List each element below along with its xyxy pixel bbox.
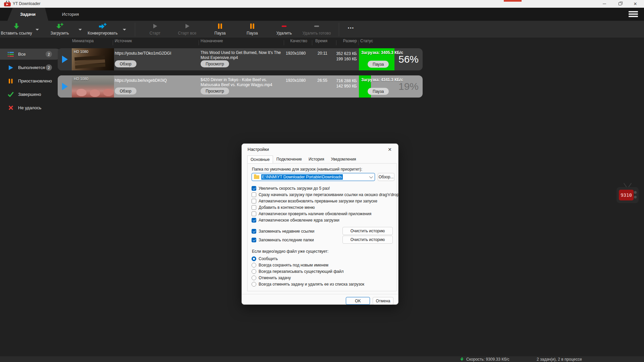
download-dropdown-icon[interactable]	[78, 29, 82, 31]
destination-filename: This Wood Used to Get Burned, Now It's T…	[201, 50, 285, 60]
convert-dropdown-icon[interactable]	[123, 29, 126, 31]
download-row[interactable]: HD 1080 https://youtu.be/TOko1mG2DGI Обз…	[58, 48, 423, 70]
radio-row[interactable]: Всегда отменять задачу и удалять ее из с…	[252, 282, 364, 287]
size-done: 142 950 КБ	[335, 83, 357, 89]
quality-value: 644x362	[286, 51, 308, 56]
title-bar: YT Downloader ✕	[0, 0, 644, 8]
minimize-button[interactable]	[597, 0, 612, 8]
pause-icon	[217, 22, 223, 30]
more-button[interactable]: …	[343, 22, 360, 37]
app-logo-tv-icon	[4, 1, 11, 6]
default-folder-combobox[interactable]: E:\NNM\YT Downloader Portable\Downloads	[252, 173, 375, 181]
radio-button[interactable]	[252, 269, 256, 274]
drag-drop-tv-widget[interactable]: 9310	[616, 183, 640, 204]
clear-folders-history-button[interactable]: Очистить историю	[342, 236, 393, 244]
main-tab-bar: Задачи История	[0, 8, 644, 21]
menu-hamburger-icon[interactable]	[629, 11, 638, 17]
option-row[interactable]: Сразу начинать загрузку при перетаскиван…	[252, 192, 399, 197]
option-row[interactable]: Автоматически проверять наличие обновлен…	[252, 211, 371, 217]
row-play-button[interactable]	[58, 48, 72, 70]
dialog-tab-general[interactable]: Основные	[247, 156, 273, 164]
finished-check-icon	[7, 92, 14, 98]
clear-links-history-button[interactable]: Очистить историю	[342, 227, 393, 235]
close-button[interactable]: ✕	[628, 0, 643, 8]
pause-all-icon	[249, 22, 255, 30]
row-pause-button[interactable]: Пауза	[368, 61, 389, 68]
progress-percent: 19%	[398, 81, 419, 92]
download-row[interactable]: HD 1080 https://youtu.be/ivxgebDK0iQ Обз…	[58, 75, 423, 98]
sidebar-item-finished[interactable]: Завершено	[0, 89, 61, 100]
window-title: YT Downloader	[13, 1, 41, 6]
radio-button[interactable]	[252, 256, 256, 261]
preview-button[interactable]: Просмотр	[201, 87, 229, 95]
checkbox[interactable]	[252, 229, 256, 234]
default-folder-label: Папка по умолчанию для загрузок (наивысш…	[252, 167, 362, 172]
combo-chevron-down-icon[interactable]	[369, 175, 373, 178]
radio-row[interactable]: Всегда перезаписывать существующий файл	[252, 269, 343, 274]
tab-tasks[interactable]: Задачи	[7, 8, 48, 21]
dialog-tab-strip: Основные Подключение История Уведомления	[247, 156, 360, 163]
checkbox[interactable]	[252, 218, 256, 223]
col-time: Время	[314, 39, 327, 47]
checkbox[interactable]	[252, 238, 256, 242]
dialog-title: Настройки	[248, 147, 269, 152]
option-row[interactable]: Добавить в контекстное меню	[252, 205, 315, 210]
download-speed-text: Загрузка: 4341.3 КБ/с	[361, 77, 403, 82]
convert-button[interactable]: Конвертировать	[87, 22, 119, 37]
option-row[interactable]: Увеличить скорость загрузки до 5 раз!	[252, 186, 330, 191]
overview-button[interactable]: Обзор	[115, 60, 137, 67]
delete-button[interactable]: Удалить	[271, 22, 297, 37]
dialog-close-icon[interactable]: ✕	[386, 146, 393, 153]
download-button[interactable]: Загрузить	[44, 22, 75, 37]
restore-button[interactable]	[612, 0, 627, 8]
radio-row[interactable]: Всегда сохранять под новым именем	[252, 262, 328, 268]
source-url: https://youtu.be/TOko1mG2DGI	[115, 51, 199, 56]
tab-history[interactable]: История	[54, 8, 87, 21]
overview-button[interactable]: Обзор	[115, 87, 137, 95]
dialog-tab-notifications[interactable]: Уведомления	[328, 156, 360, 163]
pause-button[interactable]: Пауза	[208, 22, 232, 37]
option-row[interactable]: Запоминать недавние ссылки	[252, 229, 314, 234]
checkbox[interactable]	[252, 212, 256, 216]
col-source: Источник	[115, 39, 132, 47]
checkbox[interactable]	[252, 199, 256, 203]
sidebar-item-all[interactable]: Все 2	[0, 49, 61, 60]
paste-link-button[interactable]: Вставить ссылку	[1, 22, 32, 37]
toolbar-separator	[339, 23, 339, 36]
pause-all-button[interactable]: Пауза	[240, 22, 264, 37]
option-row[interactable]: Автоматическое обновление ядра загрузки	[252, 218, 339, 223]
radio-row[interactable]: Сообщить	[252, 256, 278, 261]
browse-button[interactable]: Обзор...	[378, 173, 394, 181]
running-play-icon	[7, 65, 14, 71]
sidebar-item-running[interactable]: Выполняется 2	[0, 62, 61, 73]
delete-done-icon	[313, 22, 320, 30]
play-icon	[62, 83, 68, 90]
checkbox[interactable]	[252, 205, 256, 210]
option-row[interactable]: Запоминать последние папки	[252, 237, 314, 243]
dialog-tab-history[interactable]: История	[305, 156, 328, 163]
hd-tag: HD 1080	[74, 77, 88, 81]
row-pause-button[interactable]: Пауза	[368, 88, 389, 95]
radio-button[interactable]	[252, 276, 256, 280]
sidebar-item-failed[interactable]: Не удалось	[0, 102, 61, 113]
cancel-button[interactable]: Отмена	[373, 297, 393, 305]
paste-link-dropdown-icon[interactable]	[36, 29, 39, 31]
dialog-tab-connection[interactable]: Подключение	[273, 156, 305, 163]
sidebar-item-paused[interactable]: Приостановлено	[0, 75, 61, 86]
option-row[interactable]: Автоматически возобновлять прерванные за…	[252, 198, 377, 204]
count-badge: 2	[46, 64, 52, 71]
radio-button[interactable]	[252, 282, 256, 287]
checkbox[interactable]	[252, 192, 256, 197]
dialog-tab-page: Папка по умолчанию для загрузок (наивысш…	[247, 163, 397, 291]
radio-button[interactable]	[252, 263, 256, 267]
preview-button[interactable]: Просмотр	[201, 60, 229, 67]
ok-button[interactable]: OK	[346, 297, 370, 305]
download-speed-text: Загрузка: 3405.3 КБ/с	[361, 50, 403, 55]
failed-cross-icon	[7, 105, 14, 111]
list-all-icon	[7, 51, 14, 57]
statusbar-speed: Скорость: 9309.33 Кб/с	[466, 357, 509, 362]
row-play-button[interactable]	[58, 75, 72, 98]
checkbox[interactable]	[252, 186, 256, 191]
size-total: 716 288 КБ	[335, 78, 357, 83]
radio-row[interactable]: Отменить задачу	[252, 275, 291, 281]
